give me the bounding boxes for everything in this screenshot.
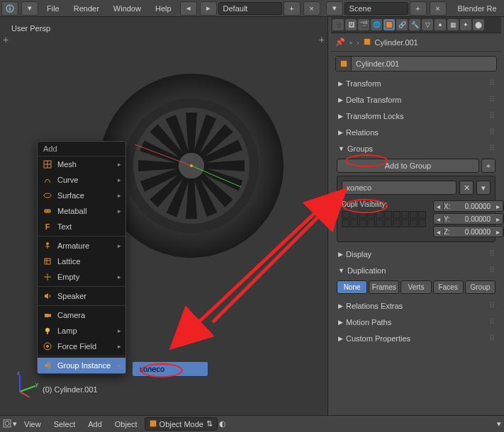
editor-type-icon[interactable]: ▾ [21,1,38,16]
remove-group-button[interactable]: ✕ [459,181,474,195]
layer-cell[interactable] [350,211,358,219]
editor-dropdown-icon[interactable]: ▾ [13,419,17,428]
layer-cell[interactable] [418,220,426,227]
tab-material-icon[interactable]: ● [435,19,446,30]
drag-handle-icon[interactable]: ⠿ [489,95,494,104]
add-mesh[interactable]: Mesh▸ [38,157,125,172]
split-plus-icon[interactable]: + [319,34,325,45]
layer-cell[interactable] [418,211,426,219]
add-armature[interactable]: Armature▸ [38,238,125,254]
panel-custom-properties[interactable]: ▶Custom Properties⠿ [335,331,497,346]
add-lattice[interactable]: Lattice [38,254,125,269]
shading-icon[interactable]: ◐ [219,419,226,428]
tab-physics-icon[interactable]: ⬤ [473,19,484,30]
drag-handle-icon[interactable]: ⠿ [489,266,494,275]
scene-input[interactable] [345,2,408,15]
coord-x[interactable]: ◂X:0.00000▸ [433,200,504,212]
menu-object[interactable]: Object [109,420,143,428]
layer-cell[interactable] [410,211,418,219]
drag-handle-icon[interactable]: ⠿ [489,249,494,258]
panel-groups[interactable]: ▼Groups⠿ [335,141,497,156]
tab-scene-icon[interactable]: 🎬 [358,19,369,30]
menu-render[interactable]: Render [67,4,106,13]
object-name-input[interactable] [352,59,496,68]
scene-del-icon[interactable]: × [430,1,447,16]
drag-handle-icon[interactable]: ⠿ [489,144,494,153]
dupl-group-button[interactable]: Group [465,280,495,294]
tab-constraints-icon[interactable]: 🔗 [396,19,408,30]
fwd-icon[interactable]: ▸ [200,1,217,16]
panel-transform[interactable]: ▶Transform⠿ [335,76,497,91]
add-text[interactable]: FText [38,219,125,234]
dupl-faces-button[interactable]: Faces [433,280,464,294]
tab-layers-icon[interactable]: 🖼 [345,19,357,30]
panel-duplication[interactable]: ▼Duplication⠿ [335,263,497,278]
layer-cell[interactable] [401,211,409,219]
info-icon[interactable] [1,1,18,16]
tab-modifiers-icon[interactable]: 🔧 [409,19,420,30]
layer-cell[interactable] [367,211,375,219]
object-name-field[interactable] [335,56,497,72]
dupl-none-button[interactable]: None [337,280,367,294]
dupl-verts-button[interactable]: Verts [401,280,431,294]
layer-cell[interactable] [367,220,375,227]
editor-type-icon[interactable] [3,419,11,429]
drag-handle-icon[interactable]: ⠿ [489,79,494,88]
tab-particles-icon[interactable]: ✦ [460,19,471,30]
layer-grid[interactable] [342,211,426,227]
layer-cell[interactable] [393,211,401,219]
scene-add-icon[interactable]: + [410,1,427,16]
breadcrumb-object[interactable]: Cylinder.001 [375,38,418,47]
split-plus-icon[interactable]: + [3,34,9,45]
back-icon[interactable]: ◂ [180,1,197,16]
layer-cell[interactable] [342,220,349,227]
layer-cell[interactable] [393,220,401,227]
add-to-group-button[interactable]: Add to Group [337,159,479,173]
menu-help[interactable]: Help [148,4,179,13]
menu-file[interactable]: File [40,4,67,13]
group-specials-button[interactable]: ▾ [476,181,491,195]
tab-world-icon[interactable]: 🌐 [371,19,382,30]
menu-select[interactable]: Select [48,420,82,428]
editor-type-icon-right[interactable]: ▾ [497,419,501,428]
layout-input[interactable] [218,2,282,15]
group-instance-submenu-item[interactable]: колесо [132,361,208,377]
add-curve[interactable]: Curve▸ [38,172,125,188]
dupl-frames-button[interactable]: Frames [369,280,399,294]
layer-cell[interactable] [342,211,349,219]
menu-view[interactable]: View [18,420,47,428]
layout-add-icon[interactable]: + [284,1,301,16]
layer-cell[interactable] [359,220,366,227]
layer-cell[interactable] [359,211,366,219]
panel-transform-locks[interactable]: ▶Transform Locks⠿ [335,108,497,123]
layout-del-icon[interactable]: × [303,1,320,16]
tab-texture-icon[interactable]: ▦ [447,19,459,30]
panel-display[interactable]: ▶Display⠿ [335,246,497,261]
add-group-plus-button[interactable]: + [481,159,495,173]
scene-icon[interactable]: ▾ [326,1,343,16]
tab-render-icon[interactable]: 🎥 [332,19,344,30]
coord-y[interactable]: ◂Y:0.00000▸ [433,213,504,224]
add-lamp[interactable]: Lamp▸ [38,323,125,339]
drag-handle-icon[interactable]: ⠿ [489,301,494,310]
drag-handle-icon[interactable]: ⠿ [489,111,494,120]
add-empty[interactable]: Empty▸ [38,269,125,285]
layer-cell[interactable] [401,220,409,227]
group-name-field[interactable]: колесо [342,181,457,195]
tab-object-icon[interactable] [383,19,395,30]
panel-relations[interactable]: ▶Relations⠿ [335,125,497,140]
layer-cell[interactable] [384,211,392,219]
add-group-instance[interactable]: Group Instance▸ [38,358,125,373]
layer-cell[interactable] [376,220,383,227]
layer-cell[interactable] [410,220,418,227]
pin-icon[interactable]: 📌 [335,38,345,47]
panel-motion-paths[interactable]: ▶Motion Paths⠿ [335,314,497,329]
layer-cell[interactable] [350,220,358,227]
layer-cell[interactable] [384,220,392,227]
menu-window[interactable]: Window [106,4,148,13]
layer-cell[interactable] [376,211,383,219]
drag-handle-icon[interactable]: ⠿ [489,127,494,137]
coord-z[interactable]: ◂Z:0.00000▸ [433,226,504,237]
menu-add[interactable]: Add [82,420,108,428]
viewport-3d[interactable]: + + User Persp [0,17,328,415]
